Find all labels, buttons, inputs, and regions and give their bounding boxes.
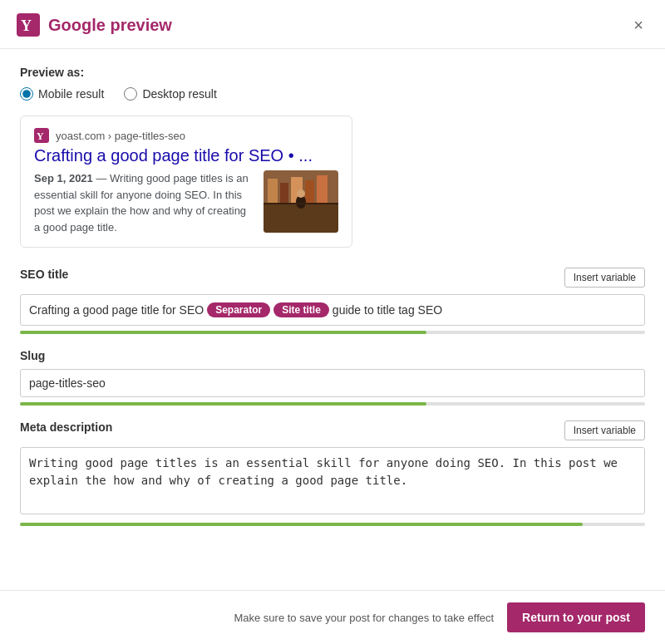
google-preview-modal: Y Google preview × Preview as: Mobile re…: [0, 0, 665, 644]
desktop-result-label: Desktop result: [142, 87, 216, 101]
slug-progress-container: [20, 402, 645, 406]
seo-title-progress-bar: [20, 331, 426, 334]
meta-description-field-wrapper: [20, 447, 645, 526]
svg-rect-7: [280, 183, 288, 204]
meta-description-textarea[interactable]: [20, 447, 645, 514]
meta-description-header: Meta description Insert variable: [20, 420, 645, 440]
svg-text:Y: Y: [37, 130, 44, 142]
seo-title-header: SEO title Insert variable: [20, 268, 645, 288]
svg-text:Y: Y: [21, 17, 32, 34]
preview-favicon: Y: [34, 128, 49, 143]
desktop-result-option[interactable]: Desktop result: [124, 87, 216, 101]
preview-card: Y yoast.com › page-titles-seo Crafting a…: [20, 116, 352, 248]
desktop-result-radio[interactable]: [124, 87, 137, 101]
meta-description-progress-container: [20, 523, 645, 526]
preview-thumbnail: [264, 170, 338, 233]
site-title-tag[interactable]: Site title: [273, 302, 329, 317]
svg-rect-9: [305, 180, 314, 204]
seo-title-progress-container: [20, 331, 645, 334]
slug-label: Slug: [20, 349, 645, 362]
preview-description: Sep 1, 2021 — Writing good page titles i…: [34, 170, 254, 235]
svg-rect-6: [268, 179, 278, 204]
preview-description-text: —: [96, 172, 110, 184]
preview-as-radio-group: Mobile result Desktop result: [20, 87, 645, 101]
svg-point-12: [297, 189, 305, 198]
preview-as-label: Preview as:: [20, 66, 645, 79]
modal-title: Google preview: [48, 16, 172, 35]
modal-title-row: Y Google preview: [17, 13, 172, 37]
modal-footer: Make sure to save your post for changes …: [0, 590, 665, 644]
mobile-result-label: Mobile result: [38, 87, 104, 101]
seo-title-insert-variable-button[interactable]: Insert variable: [564, 268, 645, 288]
preview-title[interactable]: Crafting a good page title for SEO • ...: [34, 146, 338, 165]
yoast-icon: Y: [17, 13, 40, 37]
return-to-post-button[interactable]: Return to your post: [507, 602, 645, 632]
mobile-result-option[interactable]: Mobile result: [20, 87, 104, 101]
modal-header: Y Google preview ×: [0, 0, 665, 49]
footer-hint: Make sure to save your post for changes …: [234, 612, 494, 624]
modal-body: Preview as: Mobile result Desktop result…: [0, 49, 665, 590]
seo-title-field-wrapper: Crafting a good page title for SEO Separ…: [20, 294, 645, 334]
slug-field-wrapper: [20, 369, 645, 406]
mobile-result-radio[interactable]: [20, 87, 33, 101]
meta-description-label: Meta description: [20, 420, 112, 434]
slug-progress-bar: [20, 402, 426, 406]
meta-description-insert-variable-button[interactable]: Insert variable: [564, 420, 645, 440]
meta-description-progress-bar: [20, 523, 583, 526]
slug-input[interactable]: [20, 369, 645, 397]
separator-tag[interactable]: Separator: [207, 302, 270, 317]
seo-title-field[interactable]: Crafting a good page title for SEO Separ…: [20, 294, 645, 326]
preview-body-row: Sep 1, 2021 — Writing good page titles i…: [34, 170, 338, 235]
preview-breadcrumb: yoast.com › page-titles-seo: [56, 130, 185, 142]
preview-site-row: Y yoast.com › page-titles-seo: [34, 128, 338, 143]
seo-title-text-after: guide to title tag SEO: [332, 303, 442, 317]
seo-title-label: SEO title: [20, 268, 68, 281]
preview-date: Sep 1, 2021: [34, 172, 93, 184]
close-button[interactable]: ×: [628, 15, 648, 35]
svg-rect-10: [317, 175, 328, 204]
seo-title-text-before: Crafting a good page title for SEO: [29, 303, 204, 317]
